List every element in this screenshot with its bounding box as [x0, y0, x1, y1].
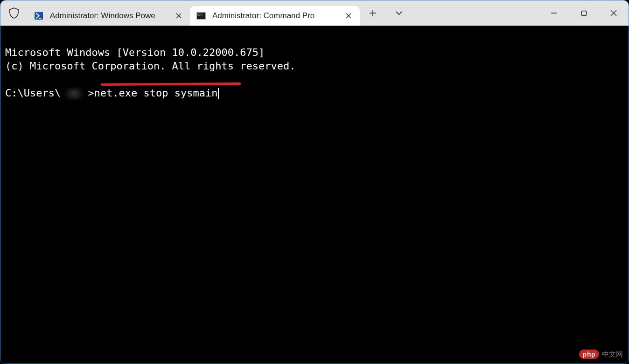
prompt-path: C:\Users\ — [5, 87, 61, 99]
terminal-area[interactable]: Microsoft Windows [Version 10.0.22000.67… — [0, 26, 629, 364]
typed-command: net.exe stop sysmain — [94, 87, 217, 99]
close-window-button[interactable] — [599, 0, 629, 26]
tab-powershell[interactable]: Administrator: Windows Powe — [28, 6, 190, 26]
watermark: php 中文网 — [579, 350, 623, 359]
tab-command-prompt[interactable]: Administrator: Command Pro — [190, 6, 360, 26]
tab-dropdown-button[interactable] — [386, 0, 412, 26]
maximize-button[interactable] — [569, 0, 599, 26]
red-underline-annotation — [101, 82, 241, 86]
tab-bar: Administrator: Windows Powe Administrato… — [28, 0, 360, 26]
banner-line-2: (c) Microsoft Corporation. All rights re… — [5, 60, 296, 72]
tab-label: Administrator: Windows Powe — [50, 11, 169, 21]
redacted-username — [61, 89, 88, 99]
tab-label: Administrator: Command Pro — [212, 11, 339, 21]
window-controls — [539, 0, 629, 26]
banner-line-1: Microsoft Windows [Version 10.0.22000.67… — [5, 47, 265, 58]
new-tab-button[interactable] — [360, 0, 386, 26]
minimize-button[interactable] — [539, 0, 569, 26]
powershell-icon — [34, 11, 43, 21]
watermark-badge: php — [579, 350, 599, 359]
prompt-separator: > — [88, 87, 94, 99]
cmd-icon — [196, 11, 206, 21]
tab-close-button[interactable] — [343, 10, 354, 21]
svg-rect-4 — [581, 11, 586, 15]
tab-close-button[interactable] — [173, 10, 184, 21]
watermark-text: 中文网 — [602, 350, 623, 359]
privacy-shield-icon[interactable] — [0, 0, 28, 26]
text-cursor — [218, 88, 219, 99]
prompt-line: C:\Users\>net.exe stop sysmain — [5, 87, 219, 99]
titlebar: Administrator: Windows Powe Administrato… — [0, 0, 629, 26]
